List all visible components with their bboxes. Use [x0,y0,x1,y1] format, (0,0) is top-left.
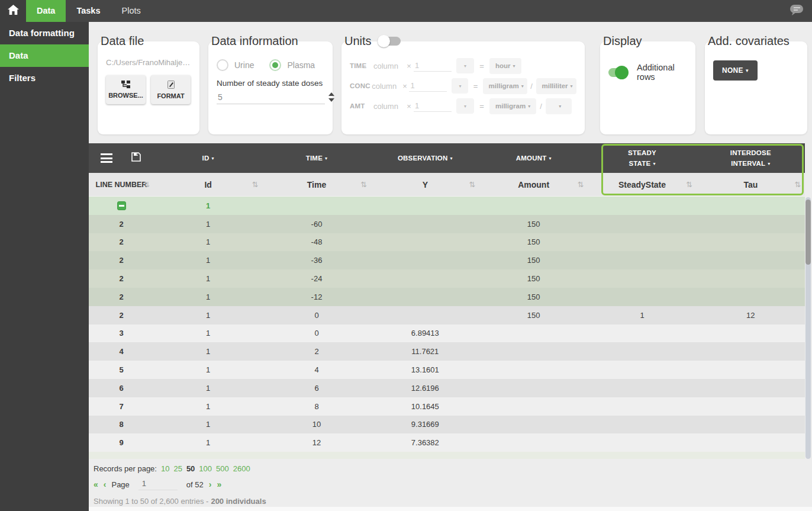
save-icon[interactable] [131,152,141,164]
table-cell [697,197,805,215]
table-cell [697,342,805,361]
chevron-down-icon: ▾ [653,161,655,166]
column-group-id[interactable]: ID▾ [154,143,262,173]
covariates-none-dropdown[interactable]: NONE▾ [713,60,758,81]
table-cell [697,269,805,288]
column-header-tau: Tau⇅ [697,173,805,196]
page-number-input[interactable] [138,478,178,490]
column-group-interdose-interval[interactable]: INTERDOSE INTERVAL▾ [697,143,805,173]
page-size-100[interactable]: 100 [199,464,212,473]
column-group-observation[interactable]: OBSERVATION▾ [371,143,479,173]
table-cell: 4 [262,361,370,379]
sort-icon[interactable]: ⇅ [469,180,475,189]
entries-summary: Showing 1 to 50 of 2,600 entries -200 in… [94,497,805,506]
collapse-minus-icon[interactable] [117,201,126,210]
sort-icon[interactable]: ⇅ [578,180,584,189]
page-size-2600[interactable]: 2600 [233,464,250,473]
table-cell: 1 [154,379,262,397]
data-information-title: Data information [211,34,333,48]
page-size-50[interactable]: 50 [186,464,195,473]
sort-icon[interactable]: ⇅ [686,180,692,189]
table-cell [697,233,805,252]
table-cell: 1 [154,251,262,269]
multiply-sign: × [404,102,414,111]
page-size-25[interactable]: 25 [173,464,182,473]
slash-separator: / [527,82,536,91]
table-cell: -36 [262,251,370,269]
menu-icon[interactable] [101,153,112,163]
data-file-panel: Data file C:/Users/FranoMihaljevic/lix..… [98,34,199,134]
table-row: 21-36150 [89,251,805,269]
table-cell: 150 [479,306,588,324]
main-tabs: DataTasksPlots [26,0,152,22]
sort-icon[interactable]: ⇅ [144,180,150,189]
table-cell: 150 [479,269,588,288]
unit-column-dropdown: ▾ [452,78,468,94]
table-cell: 12.6196 [371,379,479,397]
table-cell: 1 [154,269,262,288]
page-label: Page [111,480,129,489]
doses-input[interactable] [217,91,325,104]
file-pencil-icon [167,81,175,90]
column-group-time[interactable]: TIME▾ [262,143,370,173]
table-row: 210150112 [89,306,805,324]
stepper-down-icon[interactable] [328,98,334,102]
table-cell [479,197,588,215]
table-cell: 1 [154,416,262,434]
table-cell: -60 [262,215,370,233]
format-button[interactable]: FORMAT [151,75,191,104]
first-page-button[interactable]: « [94,480,98,489]
sort-icon[interactable]: ⇅ [795,180,801,189]
table-cell [588,361,696,379]
home-button[interactable] [0,0,26,22]
table-cell: 1 [154,361,262,379]
page-count-label: of 52 [186,480,204,489]
chevron-down-icon: ▾ [549,156,551,161]
sort-icon[interactable]: ⇅ [360,180,366,189]
sidebar-item-data-formatting[interactable]: Data formatting [0,22,89,44]
nav-tab-data[interactable]: Data [26,0,66,22]
nav-tab-plots[interactable]: Plots [111,0,151,22]
bottom-strip [89,507,812,511]
table-scrollbar[interactable] [805,197,811,459]
additional-rows-toggle[interactable] [608,68,627,77]
nav-tab-tasks[interactable]: Tasks [66,0,111,22]
radio-plasma[interactable]: Plasma [269,59,315,71]
units-toggle[interactable] [379,37,401,46]
page-size-10[interactable]: 10 [161,464,169,473]
unit-dropdown-milliliter: milliliter▾ [536,78,577,94]
chevron-down-icon: ▾ [513,63,515,69]
doses-stepper[interactable] [325,92,334,104]
sidebar-item-data[interactable]: Data [0,44,89,67]
table-cell: 9.31669 [371,416,479,434]
table-cell [371,215,479,233]
radio-urine[interactable]: Urine [217,59,254,71]
next-page-button[interactable]: › [209,480,212,489]
table-cell [588,288,696,306]
table-cell [479,416,588,434]
page-size-500[interactable]: 500 [216,464,229,473]
table-cell: -24 [262,269,370,288]
table-cell [588,269,696,288]
table-body: 121-6015021-4815021-3615021-2415021-1215… [89,197,805,452]
browse-button[interactable]: BROWSE... [106,75,146,104]
units-panel: Units TIMEcolumn×▾=hour▾CONCcolumn×▾=mil… [341,34,585,134]
scrollbar-thumb[interactable] [805,200,811,265]
table-cell: 1 [154,324,262,343]
units-row-conc: CONCcolumn×▾=milligram▾/milliliter▾ [350,78,576,94]
column-header-y: Y⇅ [371,173,479,196]
column-group-amount[interactable]: AMOUNT▾ [479,143,588,173]
sidebar-item-filters[interactable]: Filters [0,67,89,89]
table-cell [479,361,588,379]
column-group-steady-state[interactable]: STEADY STATE▾ [588,143,696,173]
table-cell [697,416,805,434]
unit-row-label: AMT [350,102,373,110]
last-page-button[interactable]: » [217,480,221,489]
chat-bubble-icon[interactable] [789,4,804,19]
table-row: 1 [89,197,805,215]
table-column-header: LINE NUMBER⇅Id⇅Time⇅Y⇅Amount⇅SteadyState… [89,173,805,197]
prev-page-button[interactable]: ‹ [104,480,107,489]
table-cell [588,215,696,233]
sort-icon[interactable]: ⇅ [252,180,258,189]
stepper-up-icon[interactable] [328,92,334,96]
